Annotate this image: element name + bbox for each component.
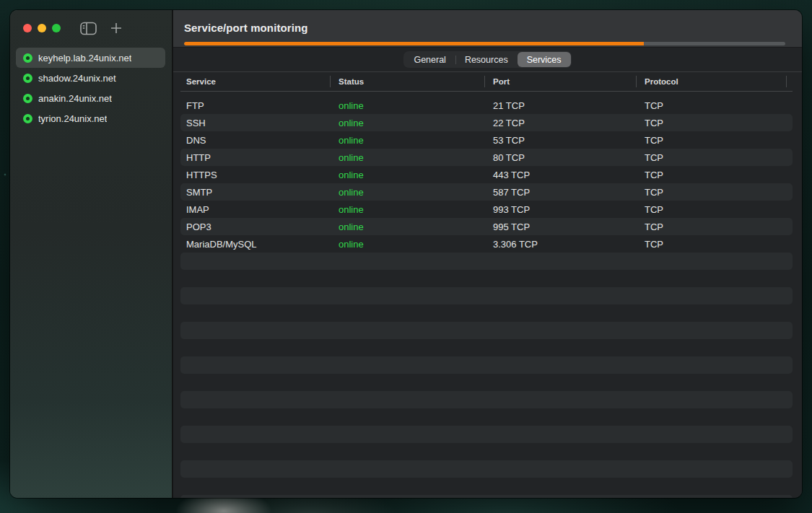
tab[interactable]: Services	[518, 52, 571, 67]
app-window: keyhelp.lab.24unix.net shadow.24unix.net…	[10, 10, 802, 498]
cell-status: online	[330, 187, 484, 198]
cell-status: online	[330, 222, 484, 232]
sidebar-item-server[interactable]: shadow.24unix.net	[16, 68, 165, 88]
table-column-header[interactable]: Status	[330, 72, 484, 91]
tabs-row: General Resources Services	[173, 48, 802, 72]
plus-icon	[110, 22, 122, 34]
table-row-empty	[180, 322, 793, 339]
cell-protocol: TCP	[636, 100, 793, 111]
content: General Resources Services Service Statu…	[173, 48, 802, 498]
sidebar-item-server[interactable]: anakin.24unix.net	[16, 88, 165, 108]
main-panel: Service/port monitoring General Resource…	[172, 10, 802, 498]
table-row[interactable]: DNS online 53 TCP TCP	[180, 131, 793, 149]
cell-port: 443 TCP	[484, 170, 636, 180]
table-row-empty	[180, 253, 793, 270]
sidebar-toggle-icon	[80, 22, 97, 35]
add-server-button[interactable]	[110, 22, 122, 34]
cell-port: 22 TCP	[484, 118, 636, 128]
zoom-icon[interactable]	[52, 24, 61, 32]
table-row[interactable]: IMAP online 993 TCP TCP	[180, 201, 793, 218]
server-name-label: shadow.24unix.net	[38, 73, 116, 84]
server-status-icon	[23, 53, 32, 63]
table-header: Service Status Port Protocol	[180, 72, 793, 92]
sidebar: keyhelp.lab.24unix.net shadow.24unix.net…	[10, 10, 172, 498]
cell-port: 53 TCP	[484, 135, 636, 146]
sidebar-item-server[interactable]: tyrion.24unix.net	[16, 108, 165, 128]
cell-service: SMTP	[180, 187, 330, 198]
table-row[interactable]: HTTP online 80 TCP TCP	[180, 149, 793, 166]
cell-status: online	[330, 204, 484, 215]
cell-protocol: TCP	[636, 222, 793, 232]
table-row-empty	[180, 304, 793, 322]
server-status-icon	[23, 114, 32, 123]
table-row-empty	[180, 408, 793, 426]
cell-status: online	[330, 135, 484, 146]
table-column-header[interactable]: Port	[484, 72, 636, 91]
sidebar-item-server[interactable]: keyhelp.lab.24unix.net	[16, 48, 165, 68]
cell-service: SSH	[180, 118, 330, 128]
cell-protocol: TCP	[636, 135, 793, 146]
titlebar: Service/port monitoring	[173, 10, 802, 48]
table-row[interactable]: SMTP online 587 TCP TCP	[180, 183, 793, 201]
cell-protocol: TCP	[636, 170, 793, 180]
sidebar-toolbar	[10, 10, 172, 46]
cell-service: POP3	[180, 222, 330, 232]
cell-service: HTTP	[180, 152, 330, 163]
cell-protocol: TCP	[636, 187, 793, 198]
server-name-label: anakin.24unix.net	[38, 93, 112, 104]
cell-status: online	[330, 239, 484, 250]
cell-port: 995 TCP	[484, 222, 636, 232]
cell-protocol: TCP	[636, 118, 793, 128]
table-row-empty	[180, 495, 793, 498]
cell-port: 993 TCP	[484, 204, 636, 215]
table-row-empty	[180, 478, 793, 495]
page-title: Service/port monitoring	[184, 22, 308, 34]
cell-port: 21 TCP	[484, 100, 636, 111]
cell-service: MariaDB/MySQL	[180, 239, 330, 250]
table-row-empty	[180, 460, 793, 478]
table-row-empty	[180, 339, 793, 356]
cell-port: 587 TCP	[484, 187, 636, 198]
cell-protocol: TCP	[636, 152, 793, 163]
table-row-empty	[180, 374, 793, 391]
server-name-label: keyhelp.lab.24unix.net	[38, 53, 131, 63]
sidebar-toggle-button[interactable]	[80, 22, 97, 35]
cell-port: 80 TCP	[484, 152, 636, 163]
table-row[interactable]: HTTPS online 443 TCP TCP	[180, 166, 793, 183]
table-row[interactable]: SSH online 22 TCP TCP	[180, 114, 793, 131]
cell-status: online	[330, 170, 484, 180]
table-column-header[interactable]: Protocol	[636, 72, 793, 91]
cell-status: online	[330, 100, 484, 111]
table-column-header[interactable]: Service	[180, 72, 330, 91]
close-icon[interactable]	[23, 24, 32, 32]
progress-fill	[184, 42, 644, 45]
server-status-icon	[23, 94, 32, 103]
cell-service: FTP	[180, 100, 330, 111]
server-list: keyhelp.lab.24unix.net shadow.24unix.net…	[10, 48, 172, 128]
table-row[interactable]: MariaDB/MySQL online 3.306 TCP TCP	[180, 235, 793, 253]
server-status-icon	[23, 74, 32, 83]
cell-port: 3.306 TCP	[484, 239, 636, 250]
minimize-icon[interactable]	[38, 24, 46, 32]
table-row-empty	[180, 356, 793, 374]
progress-bar	[184, 42, 785, 45]
cell-status: online	[330, 152, 484, 163]
tab[interactable]: Resources	[455, 52, 518, 67]
table-row-empty	[180, 270, 793, 287]
table-body: FTP online 21 TCP TCP SSH online 22 TCP …	[180, 92, 793, 498]
table-row[interactable]: FTP online 21 TCP TCP	[180, 97, 793, 114]
table-row-empty	[180, 426, 793, 443]
server-name-label: tyrion.24unix.net	[38, 113, 107, 124]
table-row[interactable]: POP3 online 995 TCP TCP	[180, 218, 793, 235]
cell-protocol: TCP	[636, 204, 793, 215]
tab-segmented-control: General Resources Services	[403, 51, 571, 68]
cell-service: DNS	[180, 135, 330, 146]
table-row-empty	[180, 287, 793, 304]
table-row-empty	[180, 391, 793, 408]
tab[interactable]: General	[404, 52, 455, 67]
cell-service: IMAP	[180, 204, 330, 215]
cell-protocol: TCP	[636, 239, 793, 250]
table-row-empty	[180, 443, 793, 460]
cell-status: online	[330, 118, 484, 128]
cell-service: HTTPS	[180, 170, 330, 180]
